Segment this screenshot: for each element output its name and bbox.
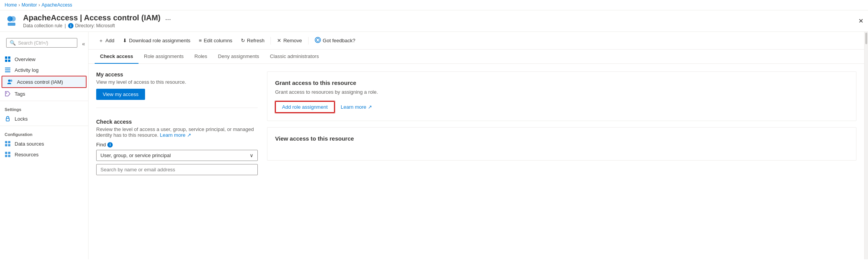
tab-classic-administrators[interactable]: Classic administrators (265, 50, 324, 64)
remove-button[interactable]: ✕ Remove (273, 36, 305, 45)
check-access-section: Check access Review the level of access … (96, 119, 258, 175)
my-access-section: My access View my level of access to thi… (96, 71, 258, 100)
svg-point-23 (316, 38, 319, 41)
sidebar-search-box[interactable]: 🔍 (6, 38, 77, 48)
sidebar-item-tags[interactable]: Tags (0, 88, 88, 99)
view-access-card: View access to this resource (267, 127, 856, 161)
activity-log-icon (5, 67, 11, 73)
svg-point-12 (6, 93, 7, 94)
sidebar-item-label-data-sources: Data sources (15, 141, 44, 147)
main-layout: 🔍 « Overview Activity log (0, 32, 868, 259)
sidebar-item-access-control[interactable]: Access control (IAM) (2, 76, 86, 87)
resources-icon (5, 151, 11, 158)
content-body: My access View my level of access to thi… (88, 64, 864, 259)
section-divider (96, 108, 258, 108)
sidebar-item-data-sources[interactable]: Data sources (0, 138, 88, 149)
external-link-icon: ↗ (368, 104, 372, 110)
tags-icon (5, 91, 11, 97)
sidebar-divider-1 (0, 101, 88, 101)
search-name-email-input[interactable] (96, 164, 258, 175)
view-my-access-button[interactable]: View my access (96, 89, 145, 100)
svg-rect-8 (5, 70, 10, 70)
directory-label: Directory: Microsoft (75, 23, 115, 28)
sidebar: 🔍 « Overview Activity log (0, 32, 88, 259)
sidebar-section-configuration: Configuration (0, 128, 88, 138)
svg-rect-2 (8, 23, 15, 26)
svg-rect-6 (8, 60, 10, 62)
svg-point-11 (10, 80, 12, 82)
resource-icon (5, 14, 18, 28)
sidebar-item-label-resources: Resources (15, 152, 38, 158)
svg-rect-3 (5, 56, 7, 59)
check-access-learn-more-link[interactable]: Learn more ↗ (160, 132, 191, 138)
info-icon: i (68, 23, 73, 28)
resource-type: Data collection rule (23, 23, 62, 28)
edit-columns-icon: ≡ (199, 38, 202, 43)
refresh-icon: ↻ (241, 38, 245, 43)
sidebar-search-input[interactable] (18, 40, 74, 46)
tab-role-assignments[interactable]: Role assignments (139, 50, 189, 64)
svg-rect-18 (5, 152, 7, 154)
find-label-text: Find (96, 142, 106, 148)
svg-rect-15 (8, 141, 10, 143)
tab-roles[interactable]: Roles (189, 50, 212, 64)
left-panel: My access View my level of access to thi… (96, 71, 258, 252)
right-panel: Grant access to this resource Grant acce… (267, 71, 856, 252)
tab-check-access[interactable]: Check access (95, 50, 139, 64)
chevron-down-icon: ∨ (250, 153, 254, 158)
breadcrumb-monitor[interactable]: Monitor (22, 2, 37, 8)
my-access-description: View my level of access to this resource… (96, 79, 258, 85)
data-sources-icon (5, 141, 11, 147)
add-role-assignment-button[interactable]: Add role assignment (275, 101, 335, 113)
sidebar-item-label-iam: Access control (IAM) (17, 79, 63, 85)
add-button[interactable]: ＋ Add (95, 35, 118, 46)
ellipsis-button[interactable]: ... (164, 14, 172, 22)
breadcrumb-resource[interactable]: ApacheAccess (42, 2, 72, 8)
svg-rect-16 (5, 144, 7, 146)
svg-rect-17 (8, 144, 10, 146)
sidebar-divider-2 (0, 126, 88, 126)
download-button[interactable]: ⬇ Download role assignments (119, 36, 194, 45)
sidebar-item-activity-log[interactable]: Activity log (0, 65, 88, 75)
svg-point-1 (10, 16, 16, 22)
svg-rect-4 (8, 56, 10, 59)
close-button[interactable]: ✕ (858, 17, 863, 25)
refresh-button[interactable]: ↻ Refresh (237, 36, 269, 45)
my-access-title: My access (96, 71, 258, 78)
grant-access-actions: Add role assignment Learn more ↗ (275, 101, 848, 113)
breadcrumb: Home › Monitor › ApacheAccess (0, 0, 868, 10)
svg-point-22 (315, 37, 320, 43)
svg-rect-7 (5, 68, 10, 68)
access-control-icon (7, 79, 13, 85)
grant-access-learn-more-link[interactable]: Learn more ↗ (341, 104, 372, 110)
find-select-dropdown[interactable]: User, group, or service principal ∨ (96, 150, 258, 161)
add-icon: ＋ (98, 37, 103, 44)
tab-deny-assignments[interactable]: Deny assignments (213, 50, 265, 64)
locks-icon (5, 116, 11, 122)
sidebar-item-resources[interactable]: Resources (0, 149, 88, 160)
svg-rect-21 (8, 155, 10, 157)
toolbar: ＋ Add ⬇ Download role assignments ≡ Edit… (88, 32, 864, 50)
toolbar-separator-2 (308, 37, 309, 45)
breadcrumb-home[interactable]: Home (5, 2, 17, 8)
collapse-sidebar-button[interactable]: « (82, 41, 85, 47)
svg-rect-14 (5, 141, 7, 143)
svg-rect-13 (6, 118, 9, 121)
sidebar-item-label-tags: Tags (15, 91, 25, 97)
sidebar-item-overview[interactable]: Overview (0, 54, 88, 65)
overview-icon (5, 56, 11, 62)
grant-access-card: Grant access to this resource Grant acce… (267, 71, 856, 121)
sidebar-item-label-overview: Overview (15, 56, 35, 62)
edit-columns-button[interactable]: ≡ Edit columns (195, 36, 236, 45)
content-area: ＋ Add ⬇ Download role assignments ≡ Edit… (88, 32, 864, 259)
page-title: ApacheAccess | Access control (IAM) (23, 13, 160, 22)
svg-rect-19 (8, 152, 10, 154)
grant-access-title: Grant access to this resource (275, 80, 848, 86)
scrollbar[interactable] (864, 32, 868, 259)
sidebar-item-locks[interactable]: Locks (0, 113, 88, 124)
feedback-button[interactable]: Got feedback? (311, 35, 359, 46)
download-icon: ⬇ (123, 38, 127, 43)
sidebar-item-label-locks: Locks (15, 116, 28, 122)
svg-rect-20 (5, 155, 7, 157)
remove-icon: ✕ (277, 38, 281, 43)
